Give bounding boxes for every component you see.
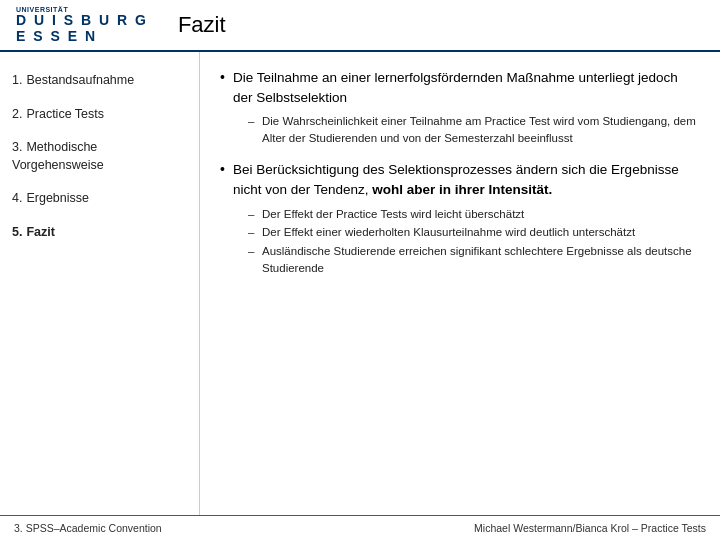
footer-right: Michael Westermann/Bianca Krol – Practic… — [474, 522, 706, 534]
sidebar-item-fazit[interactable]: 5.Fazit — [12, 224, 187, 242]
sub-list-1: Die Wahrscheinlichkeit einer Teilnahme a… — [248, 113, 700, 146]
sidebar-item-label: Fazit — [26, 225, 54, 239]
bullet-main-2: • Bei Berücksichtigung des Selektionspro… — [220, 160, 700, 199]
sidebar-item-num: 2. — [12, 107, 22, 121]
sidebar-item-label: Methodische Vorgehensweise — [12, 140, 104, 172]
sub-list-2: Der Effekt der Practice Tests wird leich… — [248, 206, 700, 277]
sidebar-item-practice-tests[interactable]: 2.Practice Tests — [12, 106, 187, 124]
bullet-text-1: Die Teilnahme an einer lernerfolgsförder… — [233, 68, 700, 107]
sidebar-item-label: Practice Tests — [26, 107, 104, 121]
bullet-icon-2: • — [220, 161, 225, 177]
sub-list-item: Der Effekt einer wiederholten Klausurtei… — [248, 224, 700, 241]
bullet-text-2: Bei Berücksichtigung des Selektionsproze… — [233, 160, 700, 199]
sidebar-item-ergebnisse[interactable]: 4.Ergebnisse — [12, 190, 187, 208]
sidebar: 1.Bestandsaufnahme 2.Practice Tests 3.Me… — [0, 52, 200, 515]
sidebar-item-num: 5. — [12, 225, 22, 239]
bullet-block-2: • Bei Berücksichtigung des Selektionspro… — [220, 160, 700, 276]
bullet-main-1: • Die Teilnahme an einer lernerfolgsförd… — [220, 68, 700, 107]
logo-line1: D U I S B U R G — [16, 13, 148, 28]
sidebar-item-num: 4. — [12, 191, 22, 205]
main-content: 1.Bestandsaufnahme 2.Practice Tests 3.Me… — [0, 52, 720, 515]
sidebar-item-methodische[interactable]: 3.Methodische Vorgehensweise — [12, 139, 187, 174]
sub-list-item: Ausländische Studierende erreichen signi… — [248, 243, 700, 276]
footer-left: 3. SPSS–Academic Convention — [14, 522, 162, 534]
footer: 3. SPSS–Academic Convention Michael West… — [0, 515, 720, 540]
sidebar-item-bestandsaufnahme[interactable]: 1.Bestandsaufnahme — [12, 72, 187, 90]
university-logo: UNIVERSITÄT D U I S B U R G E S S E N — [16, 6, 148, 44]
bullet-block-1: • Die Teilnahme an einer lernerfolgsförd… — [220, 68, 700, 146]
sidebar-item-label: Bestandsaufnahme — [26, 73, 134, 87]
header: UNIVERSITÄT D U I S B U R G E S S E N Fa… — [0, 0, 720, 52]
sidebar-item-num: 1. — [12, 73, 22, 87]
content-area: • Die Teilnahme an einer lernerfolgsförd… — [200, 52, 720, 515]
sidebar-item-num: 3. — [12, 140, 22, 154]
sub-list-item: Die Wahrscheinlichkeit einer Teilnahme a… — [248, 113, 700, 146]
logo-line2: E S S E N — [16, 29, 148, 44]
bullet-text-2-bold: wohl aber in ihrer Intensität. — [372, 182, 552, 197]
bullet-icon-1: • — [220, 69, 225, 85]
sub-list-item: Der Effekt der Practice Tests wird leich… — [248, 206, 700, 223]
sidebar-item-label: Ergebnisse — [26, 191, 89, 205]
page-title: Fazit — [178, 12, 226, 38]
